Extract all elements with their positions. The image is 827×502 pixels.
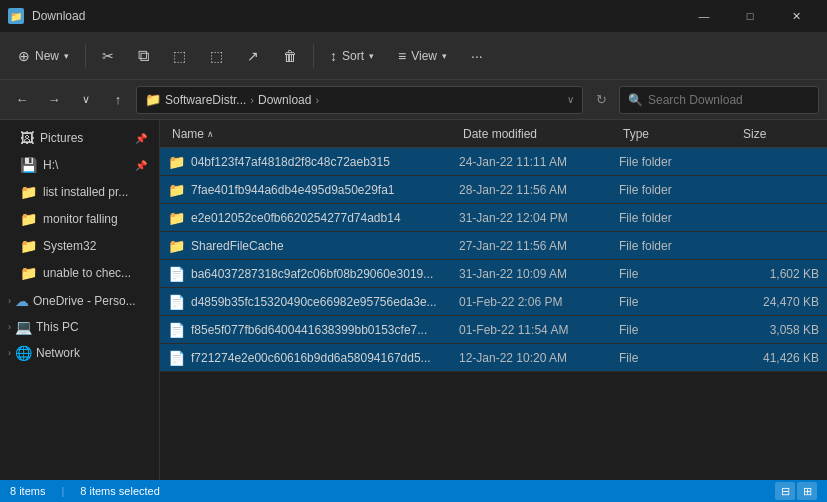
sidebar: 🖼 Pictures 📌 💾 H:\ 📌 📁 list installed pr… [0,120,160,480]
folder-icon-system32: 📁 [20,238,37,254]
table-row[interactable]: 📄f85e5f077fb6d6400441638399bb0153cfe7...… [160,316,827,344]
forward-button[interactable]: → [40,86,68,114]
sidebar-group-this-pc[interactable]: › 💻 This PC [0,313,159,339]
table-row[interactable]: 📁04bf123f47af4818d2f8c48c72aeb31524-Jan-… [160,148,827,176]
file-date: 01-Feb-22 2:06 PM [459,295,619,309]
table-row[interactable]: 📁7fae401fb944a6db4e495d9a50e29fa128-Jan-… [160,176,827,204]
sidebar-item-h-drive[interactable]: 💾 H:\ 📌 [4,152,155,178]
rename-button[interactable]: ⬚ [200,42,233,70]
file-date: 27-Jan-22 11:56 AM [459,239,619,253]
search-icon: 🔍 [628,93,643,107]
folder-icon-unable: 📁 [20,265,37,281]
sidebar-item-unable[interactable]: 📁 unable to chec... [4,260,155,286]
expand-button[interactable]: ∨ [72,86,100,114]
table-row[interactable]: 📁e2e012052ce0fb6620254277d74adb1431-Jan-… [160,204,827,232]
sidebar-group-onedrive[interactable]: › ☁ OneDrive - Perso... [0,287,159,313]
app-icon: 📁 [8,8,24,24]
pin-icon-pictures: 📌 [135,133,147,144]
item-count: 8 items [10,485,45,497]
file-type: File [619,295,739,309]
onedrive-icon: ☁ [15,293,29,309]
search-input[interactable] [648,93,810,107]
close-button[interactable]: ✕ [773,0,819,32]
view-toggle-group: ⊟ ⊞ [775,482,817,500]
col-header-size[interactable]: Size [739,127,819,141]
file-name: f85e5f077fb6d6400441638399bb0153cfe7... [191,323,459,337]
sort-dropdown-icon: ▾ [369,51,374,61]
file-name: ba64037287318c9af2c06bf08b29060e3019... [191,267,459,281]
search-box[interactable]: 🔍 [619,86,819,114]
delete-icon: 🗑 [283,48,297,64]
title-bar: 📁 Download — □ ✕ [0,0,827,32]
maximize-button[interactable]: □ [727,0,773,32]
file-name: 04bf123f47af4818d2f8c48c72aeb315 [191,155,459,169]
toolbar-separator-2 [313,44,314,68]
up-button[interactable]: ↑ [104,86,132,114]
minimize-button[interactable]: — [681,0,727,32]
col-header-type[interactable]: Type [619,127,739,141]
file-type: File [619,323,739,337]
table-row[interactable]: 📄d4859b35fc15320490ce66982e95756eda3e...… [160,288,827,316]
new-button[interactable]: ⊕ New ▾ [8,42,79,70]
this-pc-label: This PC [36,320,79,334]
grid-view-button[interactable]: ⊞ [797,482,817,500]
view-button[interactable]: ≡ View ▾ [388,42,457,70]
file-size: 24,470 KB [739,295,819,309]
new-icon: ⊕ [18,48,30,64]
more-button[interactable]: ··· [461,42,493,70]
file-date: 31-Jan-22 12:04 PM [459,211,619,225]
pictures-icon: 🖼 [20,130,34,146]
file-size: 41,426 KB [739,351,819,365]
expand-icon-network: › [8,348,11,358]
paste-icon: ⬚ [173,48,186,64]
sidebar-label-list-installed: list installed pr... [43,185,147,199]
folder-icon: 📁 [168,210,185,226]
sort-label: Sort [342,49,364,63]
column-headers: Name ∧ Date modified Type Size [160,120,827,148]
share-button[interactable]: ↗ [237,42,269,70]
col-header-name[interactable]: Name ∧ [168,127,459,141]
cut-button[interactable]: ✂ [92,42,124,70]
delete-button[interactable]: 🗑 [273,42,307,70]
expand-icon-onedrive: › [8,296,11,306]
toolbar: ⊕ New ▾ ✂ ⧉ ⬚ ⬚ ↗ 🗑 ↕ Sort ▾ ≡ View ▾ ··… [0,32,827,80]
copy-icon: ⧉ [138,47,149,65]
share-icon: ↗ [247,48,259,64]
sidebar-item-monitor-falling[interactable]: 📁 monitor falling [4,206,155,232]
file-date: 12-Jan-22 10:20 AM [459,351,619,365]
more-icon: ··· [471,48,483,64]
file-name: d4859b35fc15320490ce66982e95756eda3e... [191,295,459,309]
breadcrumb-sep-1: › [250,94,254,106]
cut-icon: ✂ [102,48,114,64]
file-type: File folder [619,239,739,253]
col-size-label: Size [743,127,766,141]
status-bar: 8 items | 8 items selected ⊟ ⊞ [0,480,827,502]
folder-icon: 📁 [168,182,185,198]
back-button[interactable]: ← [8,86,36,114]
folder-icon-monitor: 📁 [20,211,37,227]
file-area: Name ∧ Date modified Type Size 📁04bf123f… [160,120,827,480]
col-header-date[interactable]: Date modified [459,127,619,141]
file-type: File folder [619,211,739,225]
list-view-button[interactable]: ⊟ [775,482,795,500]
file-type: File [619,267,739,281]
file-date: 24-Jan-22 11:11 AM [459,155,619,169]
paste-button[interactable]: ⬚ [163,42,196,70]
sidebar-item-list-installed[interactable]: 📁 list installed pr... [4,179,155,205]
sidebar-group-network[interactable]: › 🌐 Network [0,339,159,365]
address-dropdown-icon[interactable]: ∨ [567,94,574,105]
table-row[interactable]: 📁SharedFileCache27-Jan-22 11:56 AMFile f… [160,232,827,260]
sidebar-label-unable: unable to chec... [43,266,147,280]
folder-icon-list: 📁 [20,184,37,200]
sidebar-item-system32[interactable]: 📁 System32 [4,233,155,259]
h-drive-icon: 💾 [20,157,37,173]
breadcrumb-1: SoftwareDistr... [165,93,246,107]
refresh-button[interactable]: ↻ [587,86,615,114]
sidebar-item-pictures[interactable]: 🖼 Pictures 📌 [4,125,155,151]
sort-button[interactable]: ↕ Sort ▾ [320,42,384,70]
copy-button[interactable]: ⧉ [128,41,159,71]
folder-icon: 📁 [168,238,185,254]
table-row[interactable]: 📄f721274e2e00c60616b9dd6a58094167dd5...1… [160,344,827,372]
address-box[interactable]: 📁 SoftwareDistr... › Download › ∨ [136,86,583,114]
table-row[interactable]: 📄ba64037287318c9af2c06bf08b29060e3019...… [160,260,827,288]
